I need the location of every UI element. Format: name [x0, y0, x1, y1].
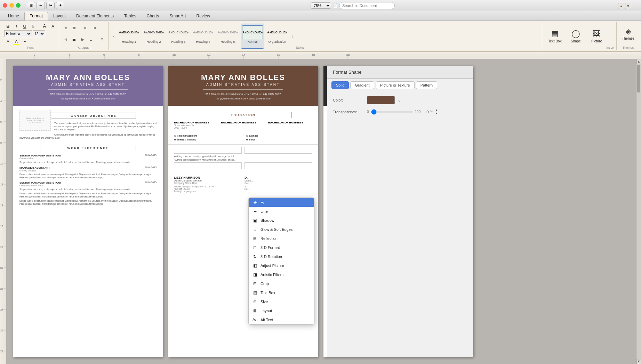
font-size-down[interactable]: A [49, 22, 57, 30]
achievement1: • A thing done successfully, typically b… [174, 155, 312, 157]
trans-up[interactable]: ▲ [435, 108, 438, 112]
toolbar-tools: ⊞ ↩ ↪ ✦ [27, 2, 64, 9]
align-right[interactable]: ⫸ [79, 36, 86, 43]
minimize-button[interactable] [9, 3, 14, 8]
tab-document-elements[interactable]: Document Elements [71, 12, 119, 21]
sidebar-toggle[interactable]: ⊞ [27, 2, 35, 9]
page1-work-section: WORK EXPERIENCE [40, 145, 136, 151]
tab-gradient[interactable]: Gradient [350, 81, 374, 89]
nav-down[interactable]: ▼ [625, 3, 631, 9]
ribbon-tabs: Home Format Layout Document Elements Tab… [0, 11, 641, 21]
align-center[interactable]: ☰ [70, 36, 78, 43]
style-organization[interactable]: AaBbCcDdEe Organization [265, 24, 289, 49]
font-family-select[interactable]: Helvetica [4, 30, 32, 37]
search-input[interactable] [339, 2, 395, 9]
ribbon-group-styles: ‹ AaBbCcDdEe Heading 1 AaBbCcDdEe Headin… [109, 22, 542, 50]
scroll-down-arrow[interactable]: ▼ [636, 359, 641, 364]
font-color[interactable]: A [4, 38, 12, 45]
reflection-label: Reflection [261, 236, 278, 241]
highlight-color[interactable]: A [13, 38, 20, 45]
insert-picture-button[interactable]: 🖼 Picture [587, 24, 606, 49]
contact-addr1: sequatconsequat Hampshire, GU33 7Al [174, 185, 242, 188]
menu-item-3d-format[interactable]: ◻ 3-D Format [249, 243, 314, 252]
transparency-row: Transparency: 0 100 0 % ▲ ▼ [333, 108, 467, 115]
job3: SENIOR MANAGER ASSISTANT 2014-2015 Compa… [19, 181, 157, 205]
tab-charts[interactable]: Charts [142, 12, 164, 21]
redo-button[interactable]: ↪ [46, 2, 55, 9]
scroll-thumb[interactable] [637, 65, 640, 92]
align-left[interactable]: ⫷ [62, 36, 70, 43]
style-heading3[interactable]: AaBbCcDdEe Heading 3 [167, 24, 190, 49]
color-swatch[interactable] [367, 96, 395, 104]
zoom-select[interactable]: 75% 100% 125% [311, 2, 331, 9]
indent-right[interactable]: ⇥ [90, 24, 98, 32]
svg-text:12: 12 [0, 183, 3, 186]
list-number[interactable]: ≣ [70, 24, 78, 32]
svg-text:12: 12 [207, 53, 210, 56]
font-bold[interactable]: B [4, 22, 12, 30]
undo-button[interactable]: ↩ [37, 2, 45, 9]
list-bullet[interactable]: ≡ [62, 24, 70, 32]
font-strikethrough[interactable]: S [29, 22, 37, 30]
font-size-select[interactable]: 12 [33, 30, 45, 37]
menu-item-line[interactable]: ━ Line [249, 207, 314, 216]
contact-name1: LIZZY HARRISON [174, 176, 242, 179]
page2-email: mary@emailaddress.com • www.yoursite.com [177, 97, 310, 100]
font-underline[interactable]: U [21, 22, 29, 30]
tab-solid[interactable]: Solid [331, 81, 349, 89]
transparency-slider[interactable] [371, 111, 413, 113]
special-char[interactable]: ¶ [98, 36, 106, 43]
style-heading5[interactable]: AaBbCcDdEe Heading 5 [216, 24, 240, 49]
menu-item-reflection[interactable]: ⊟ Reflection [249, 234, 314, 243]
menu-item-glow[interactable]: ○ Glow & Soft Edges [249, 225, 314, 234]
style-heading2[interactable]: AaBbCcDdEe Heading 2 [142, 24, 166, 49]
insert-shape-button[interactable]: ◯ Shape [566, 24, 585, 49]
color-arrow[interactable]: ⌄ [398, 98, 401, 103]
tab-layout[interactable]: Layout [48, 12, 71, 21]
menu-item-3d-rotation[interactable]: ↻ 3-D Rotation [249, 252, 314, 261]
indent-left[interactable]: ⇤ [82, 24, 89, 32]
styles-prev[interactable]: ‹ [111, 26, 116, 47]
format-shape-panel: Format Shape Solid Gradient Picture or T… [327, 66, 473, 357]
paragraph-group-label: Paragraph [62, 45, 106, 50]
insert-textbox-button[interactable]: ▤ Text Box [545, 24, 564, 49]
menu-item-size[interactable]: ⊕ Size [249, 297, 314, 306]
line-icon: ━ [252, 209, 258, 214]
menu-item-adjust-picture[interactable]: ◧ Adjust Picture [249, 261, 314, 270]
tab-format[interactable]: Format [24, 12, 48, 21]
styles-next[interactable]: › [290, 26, 295, 47]
page1-career-section: CAREER OBJECTIVES [40, 113, 136, 119]
menu-item-textbox[interactable]: ▤ Text Box [249, 288, 314, 297]
scroll-up-arrow[interactable]: ▲ [636, 59, 641, 64]
style-normal[interactable]: AaBbCcDdEe Normal [241, 24, 264, 49]
menu-item-fill[interactable]: ◈ Fill [249, 198, 314, 207]
maximize-button[interactable] [16, 3, 21, 8]
line-label: Line [261, 209, 268, 213]
scroll-track[interactable] [636, 64, 641, 359]
font-italic[interactable]: I [13, 22, 20, 30]
tab-picture-texture[interactable]: Picture or Texture [376, 81, 415, 89]
tab-smartart[interactable]: SmartArt [164, 12, 191, 21]
themes-button[interactable]: ◈ Themes [619, 22, 637, 45]
trans-down[interactable]: ▼ [435, 112, 438, 115]
menu-item-alt-text[interactable]: Aa Alt Text [249, 315, 314, 324]
menu-item-shadow[interactable]: ▣ Shadow [249, 216, 314, 225]
nav-up[interactable]: ▲ [618, 3, 624, 9]
style-heading4[interactable]: AaBbCcDdEe Heading 4 [191, 24, 215, 49]
tab-home[interactable]: Home [3, 12, 24, 21]
svg-text:6: 6 [0, 121, 2, 123]
menu-item-layout[interactable]: ⊠ Layout [249, 306, 314, 315]
menu-item-crop[interactable]: ⊞ Crop [249, 279, 314, 288]
align-justify[interactable]: ≡ [87, 36, 95, 43]
font-size-up[interactable]: A [41, 22, 48, 30]
insert-group-label: Insert [606, 45, 614, 50]
clear-format[interactable]: ✦ [21, 38, 29, 45]
style-heading1[interactable]: AaBbCcDdEe Heading 1 [117, 24, 141, 49]
tab-review[interactable]: Review [191, 12, 215, 21]
tab-tables[interactable]: Tables [119, 12, 142, 21]
page1-title: ADMINISTRATIVE ASSISTANT [22, 83, 154, 87]
close-button[interactable] [3, 3, 7, 8]
format-button[interactable]: ✦ [56, 2, 64, 9]
menu-item-artistic[interactable]: ◨ Artistic Filters [249, 270, 314, 279]
tab-pattern[interactable]: Pattern [416, 81, 437, 89]
